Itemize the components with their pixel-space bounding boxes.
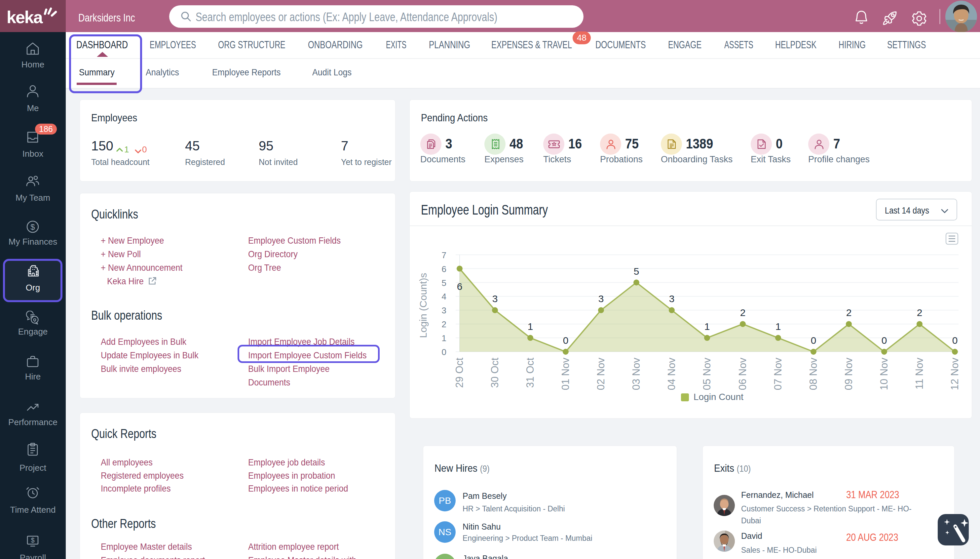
svg-text:6: 6 — [442, 264, 446, 274]
svg-text:05 Nov: 05 Nov — [701, 358, 713, 390]
svg-text:0: 0 — [563, 335, 569, 346]
svg-text:12 Nov: 12 Nov — [949, 358, 960, 390]
svg-text:3: 3 — [669, 293, 675, 304]
svg-text:30 Oct: 30 Oct — [489, 358, 501, 388]
svg-text:31 Oct: 31 Oct — [525, 358, 536, 388]
svg-text:2: 2 — [846, 307, 852, 318]
svg-text:$: $ — [30, 222, 35, 232]
svg-text:10 Nov: 10 Nov — [878, 358, 890, 390]
svg-text:11 Nov: 11 Nov — [914, 358, 925, 389]
svg-text:5: 5 — [634, 266, 639, 277]
svg-text:$: $ — [31, 536, 35, 544]
svg-text:Login (Count)s: Login (Count)s — [417, 273, 429, 338]
svg-text:Login Count: Login Count — [693, 392, 743, 402]
svg-text:1: 1 — [442, 333, 446, 343]
svg-text:3: 3 — [442, 306, 446, 315]
svg-text:0: 0 — [442, 347, 446, 357]
svg-text:4: 4 — [442, 291, 446, 301]
svg-text:2: 2 — [740, 307, 746, 318]
svg-text:1: 1 — [775, 321, 781, 332]
svg-text:3: 3 — [492, 293, 498, 304]
svg-text:6: 6 — [457, 281, 463, 292]
svg-text:3: 3 — [598, 293, 604, 304]
svg-text:0: 0 — [881, 335, 887, 346]
svg-text:03 Nov: 03 Nov — [630, 358, 642, 390]
svg-text:7: 7 — [442, 250, 446, 260]
svg-text:2: 2 — [442, 319, 446, 329]
svg-text:5: 5 — [442, 278, 446, 288]
svg-text:09 Nov: 09 Nov — [843, 358, 855, 390]
svg-text:06 Nov: 06 Nov — [737, 358, 748, 390]
svg-text:1: 1 — [528, 321, 533, 332]
svg-text:07 Nov: 07 Nov — [772, 358, 784, 390]
svg-text:29 Oct: 29 Oct — [454, 358, 465, 388]
svg-text:0: 0 — [811, 335, 817, 346]
svg-text:02 Nov: 02 Nov — [595, 358, 607, 390]
svg-text:08 Nov: 08 Nov — [808, 358, 819, 390]
svg-text:keka: keka — [7, 8, 43, 26]
svg-text:04 Nov: 04 Nov — [666, 358, 677, 390]
svg-text:1: 1 — [704, 321, 710, 332]
svg-text:01 Nov: 01 Nov — [560, 358, 571, 390]
svg-text:2: 2 — [917, 307, 922, 318]
svg-text:0: 0 — [952, 335, 958, 346]
